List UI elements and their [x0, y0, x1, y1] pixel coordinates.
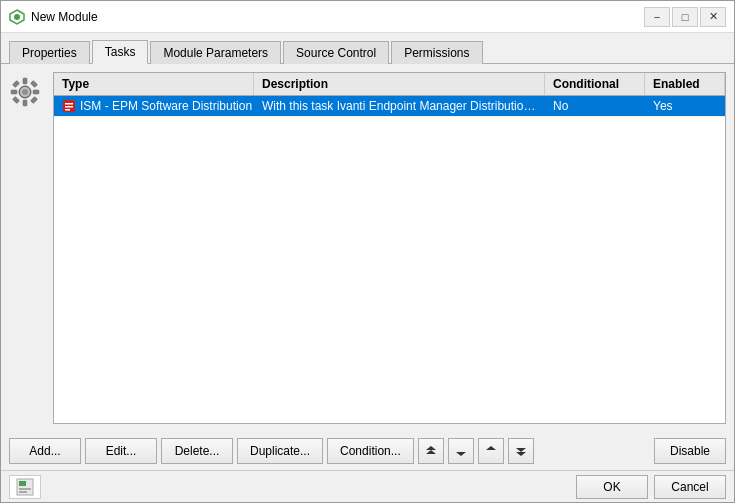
svg-rect-24 — [19, 481, 26, 486]
cell-enabled: Yes — [645, 96, 725, 116]
svg-marker-20 — [486, 446, 496, 450]
action-buttons: Add... Edit... Delete... Duplicate... Co… — [9, 438, 726, 464]
svg-rect-3 — [23, 78, 27, 84]
disable-button[interactable]: Disable — [654, 438, 726, 464]
svg-rect-26 — [19, 491, 27, 493]
move-down-button[interactable] — [448, 438, 474, 464]
title-bar: New Module − □ ✕ — [1, 1, 734, 33]
svg-rect-5 — [11, 90, 17, 94]
table-body: ISM - EPM Software Distribution With thi… — [54, 96, 725, 423]
add-button[interactable]: Add... — [9, 438, 81, 464]
svg-marker-22 — [516, 452, 526, 456]
main-window: New Module − □ ✕ Properties Tasks Module… — [0, 0, 735, 503]
side-icon-area — [9, 72, 45, 424]
move-up-top-button[interactable] — [418, 438, 444, 464]
cell-conditional: No — [545, 96, 645, 116]
window-title: New Module — [31, 10, 644, 24]
svg-rect-4 — [23, 100, 27, 106]
svg-marker-18 — [426, 450, 436, 454]
close-button[interactable]: ✕ — [700, 7, 726, 27]
svg-rect-10 — [30, 96, 37, 103]
bottom-bar: Add... Edit... Delete... Duplicate... Co… — [1, 432, 734, 470]
move-down-bottom-button[interactable] — [508, 438, 534, 464]
move-down-icon — [455, 445, 467, 457]
content-area: Type Description Conditional Enabled — [1, 64, 734, 432]
svg-marker-17 — [426, 446, 436, 450]
svg-rect-6 — [33, 90, 39, 94]
col-header-type: Type — [54, 73, 254, 95]
cell-type: ISM - EPM Software Distribution — [54, 96, 254, 116]
svg-rect-16 — [65, 109, 70, 111]
window-icon — [9, 9, 25, 25]
table-row[interactable]: ISM - EPM Software Distribution With thi… — [54, 96, 725, 117]
svg-point-1 — [14, 14, 20, 20]
footer-buttons: OK Cancel — [576, 475, 726, 499]
tab-properties[interactable]: Properties — [9, 41, 90, 64]
col-header-conditional: Conditional — [545, 73, 645, 95]
move-up-icon — [485, 445, 497, 457]
svg-point-12 — [22, 89, 28, 95]
tab-source-control[interactable]: Source Control — [283, 41, 389, 64]
tab-bar: Properties Tasks Module Parameters Sourc… — [1, 33, 734, 64]
svg-rect-7 — [12, 80, 19, 87]
svg-rect-25 — [19, 488, 31, 490]
footer-bar: OK Cancel — [1, 470, 734, 502]
svg-rect-9 — [12, 96, 19, 103]
tab-permissions[interactable]: Permissions — [391, 41, 482, 64]
svg-rect-8 — [30, 80, 37, 87]
cell-description: With this task Ivanti Endpoint Manager D… — [254, 96, 545, 116]
restore-button[interactable]: □ — [672, 7, 698, 27]
tab-tasks[interactable]: Tasks — [92, 40, 149, 64]
svg-marker-19 — [456, 452, 466, 456]
tasks-table: Type Description Conditional Enabled — [53, 72, 726, 424]
footer-icon-area — [9, 475, 41, 499]
minimize-button[interactable]: − — [644, 7, 670, 27]
move-down-bottom-icon — [515, 445, 527, 457]
footer-icon — [15, 477, 35, 497]
svg-rect-15 — [65, 106, 73, 108]
col-header-description: Description — [254, 73, 545, 95]
svg-rect-14 — [65, 103, 73, 105]
tab-module-parameters[interactable]: Module Parameters — [150, 41, 281, 64]
gear-icon — [9, 76, 41, 111]
svg-marker-21 — [516, 448, 526, 452]
col-header-enabled: Enabled — [645, 73, 725, 95]
duplicate-button[interactable]: Duplicate... — [237, 438, 323, 464]
delete-button[interactable]: Delete... — [161, 438, 233, 464]
window-controls: − □ ✕ — [644, 7, 726, 27]
edit-button[interactable]: Edit... — [85, 438, 157, 464]
ok-button[interactable]: OK — [576, 475, 648, 499]
move-up-top-icon — [425, 445, 437, 457]
condition-button[interactable]: Condition... — [327, 438, 414, 464]
move-up-button[interactable] — [478, 438, 504, 464]
cancel-button[interactable]: Cancel — [654, 475, 726, 499]
task-icon — [62, 99, 76, 113]
table-header: Type Description Conditional Enabled — [54, 73, 725, 96]
